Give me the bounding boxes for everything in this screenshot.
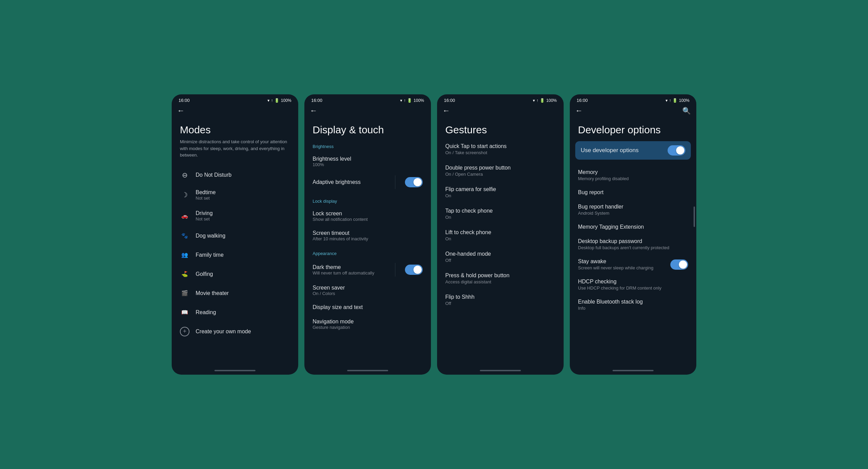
search-button-4[interactable]: 🔍 xyxy=(682,107,691,115)
mode-dnd-text: Do Not Disturb xyxy=(196,172,232,178)
quick-tap-name: Quick Tap to start actions xyxy=(445,143,555,149)
signal-icon: ↑ xyxy=(271,98,273,103)
screen-timeout-item[interactable]: Screen timeout After 10 minutes of inact… xyxy=(304,226,431,245)
screen-saver-text: Screen saver On / Colors xyxy=(313,285,423,296)
status-icons-1: ▾ ↑ 🔋 100% xyxy=(267,98,291,103)
gesture-tap-check[interactable]: Tap to check phone On xyxy=(437,203,564,225)
mode-dnd-name: Do Not Disturb xyxy=(196,172,232,178)
stay-awake-toggle[interactable] xyxy=(670,259,688,270)
status-bar-4: 16:00 ▾ ↑ 🔋 100% xyxy=(570,94,696,105)
mode-golfing[interactable]: ⛳ Golfing xyxy=(172,265,298,284)
dark-theme-toggle[interactable] xyxy=(405,265,423,275)
scrollbar-thumb-4[interactable] xyxy=(694,206,695,227)
developer-content: Developer options Use developer options … xyxy=(570,119,696,367)
mode-family-name: Family time xyxy=(196,252,224,258)
display-content: Display & touch Brightness Brightness le… xyxy=(304,119,431,367)
modes-title: Modes xyxy=(172,119,298,138)
dog-walking-icon: 🐾 xyxy=(180,231,189,241)
brightness-level-name: Brightness level xyxy=(313,156,423,162)
dev-stay-awake-row[interactable]: Stay awake Screen will never sleep while… xyxy=(570,254,696,274)
dev-memory[interactable]: Memory Memory profiling disabled xyxy=(570,165,696,185)
signal-icon-3: ↑ xyxy=(536,98,538,103)
mode-golfing-name: Golfing xyxy=(196,271,213,277)
brightness-level-item[interactable]: Brightness level 100% xyxy=(304,152,431,171)
gesture-lift-check[interactable]: Lift to check phone On xyxy=(437,225,564,246)
dev-desktop-backup-name: Desktop backup password xyxy=(578,238,688,244)
time-4: 16:00 xyxy=(577,98,588,103)
dev-bug-handler[interactable]: Bug report handler Android System xyxy=(570,200,696,220)
add-icon: + xyxy=(180,327,189,336)
dev-hdcp[interactable]: HDCP checking Use HDCP checking for DRM … xyxy=(570,274,696,295)
phones-container: 16:00 ▾ ↑ 🔋 100% ← Modes Minimize distra… xyxy=(165,88,703,381)
create-mode-button[interactable]: + Create your own mode xyxy=(172,322,298,341)
home-indicator-4 xyxy=(613,370,654,371)
dev-desktop-backup[interactable]: Desktop backup password Desktop full bac… xyxy=(570,234,696,254)
bedtime-icon: ☽ xyxy=(180,190,189,200)
gesture-flip-camera[interactable]: Flip camera for selfie On xyxy=(437,182,564,203)
adaptive-brightness-toggle[interactable] xyxy=(405,177,423,187)
adaptive-brightness-text: Adaptive brightness xyxy=(313,179,390,185)
dev-bluetooth-log-sub: Info xyxy=(578,306,688,311)
back-button-3[interactable]: ← xyxy=(443,106,450,115)
use-developer-toggle-row[interactable]: Use developer options xyxy=(575,141,691,160)
back-button-1[interactable]: ← xyxy=(177,106,185,115)
display-size-name: Display size and text xyxy=(313,304,423,310)
dev-bluetooth-log[interactable]: Enable Bluetooth stack log Info xyxy=(570,295,696,315)
flip-camera-name: Flip camera for selfie xyxy=(445,186,555,192)
tap-check-value: On xyxy=(445,215,555,220)
dev-memory-tagging[interactable]: Memory Tagging Extension xyxy=(570,220,696,234)
screen-timeout-name: Screen timeout xyxy=(313,230,423,236)
gesture-flip-shhh[interactable]: Flip to Shhh Off xyxy=(437,289,564,311)
mode-movie-text: Movie theater xyxy=(196,290,229,296)
mode-bedtime[interactable]: ☽ Bedtime Not set xyxy=(172,185,298,205)
top-bar-2: ← xyxy=(304,105,431,119)
back-button-4[interactable]: ← xyxy=(575,106,583,115)
divider-adaptive xyxy=(395,175,395,189)
home-indicator-1 xyxy=(214,370,255,371)
flip-shhh-name: Flip to Shhh xyxy=(445,294,555,300)
screen-timeout-text: Screen timeout After 10 minutes of inact… xyxy=(313,230,423,241)
status-bar-3: 16:00 ▾ ↑ 🔋 100% xyxy=(437,94,564,105)
adaptive-brightness-item[interactable]: Adaptive brightness xyxy=(304,171,431,193)
navigation-mode-item[interactable]: Navigation mode Gesture navigation xyxy=(304,314,431,334)
top-bar-1: ← xyxy=(172,105,298,119)
use-developer-label: Use developer options xyxy=(581,147,639,154)
battery-pct-1: 100% xyxy=(281,98,291,103)
gesture-quick-tap[interactable]: Quick Tap to start actions On / Take scr… xyxy=(437,138,564,160)
gesture-one-handed[interactable]: One-handed mode Off xyxy=(437,246,564,268)
mode-driving[interactable]: 🚗 Driving Not set xyxy=(172,205,298,226)
battery-pct-3: 100% xyxy=(546,98,557,103)
mode-family-time[interactable]: 👥 Family time xyxy=(172,245,298,265)
screen-saver-value: On / Colors xyxy=(313,291,423,296)
mode-movie-theater[interactable]: 🎬 Movie theater xyxy=(172,284,298,303)
display-size-item[interactable]: Display size and text xyxy=(304,300,431,314)
screen-saver-item[interactable]: Screen saver On / Colors xyxy=(304,281,431,300)
gesture-double-press[interactable]: Double press power button On / Open Came… xyxy=(437,160,564,182)
phone-developer: 16:00 ▾ ↑ 🔋 100% ← 🔍 Developer options U… xyxy=(570,94,696,375)
mode-reading[interactable]: 📖 Reading xyxy=(172,303,298,322)
home-indicator-3 xyxy=(480,370,521,371)
dark-theme-value: Will never turn off automatically xyxy=(313,270,390,276)
battery-icon-4: 🔋 xyxy=(672,98,678,103)
mode-dog-walking-name: Dog walking xyxy=(196,233,225,239)
back-button-2[interactable]: ← xyxy=(310,106,317,115)
dev-bug-report[interactable]: Bug report xyxy=(570,185,696,200)
use-developer-toggle[interactable] xyxy=(668,145,685,156)
developer-title: Developer options xyxy=(570,119,696,138)
time-2: 16:00 xyxy=(311,98,323,103)
dark-theme-item[interactable]: Dark theme Will never turn off automatic… xyxy=(304,259,431,281)
dev-hdcp-sub: Use HDCP checking for DRM content only xyxy=(578,285,688,291)
movie-theater-icon: 🎬 xyxy=(180,289,189,298)
mode-reading-text: Reading xyxy=(196,309,216,316)
mode-do-not-disturb[interactable]: ⊖ Do Not Disturb xyxy=(172,165,298,185)
do-not-disturb-icon: ⊖ xyxy=(180,170,189,180)
battery-pct-2: 100% xyxy=(413,98,424,103)
brightness-level-value: 100% xyxy=(313,162,423,167)
lock-screen-text: Lock screen Show all notification conten… xyxy=(313,211,423,222)
gestures-title: Gestures xyxy=(437,119,564,138)
lock-display-label: Lock display xyxy=(304,193,431,206)
gesture-hold-power[interactable]: Press & hold power button Access digital… xyxy=(437,268,564,289)
lock-screen-item[interactable]: Lock screen Show all notification conten… xyxy=(304,206,431,226)
status-bar-2: 16:00 ▾ ↑ 🔋 100% xyxy=(304,94,431,105)
mode-dog-walking[interactable]: 🐾 Dog walking xyxy=(172,226,298,245)
